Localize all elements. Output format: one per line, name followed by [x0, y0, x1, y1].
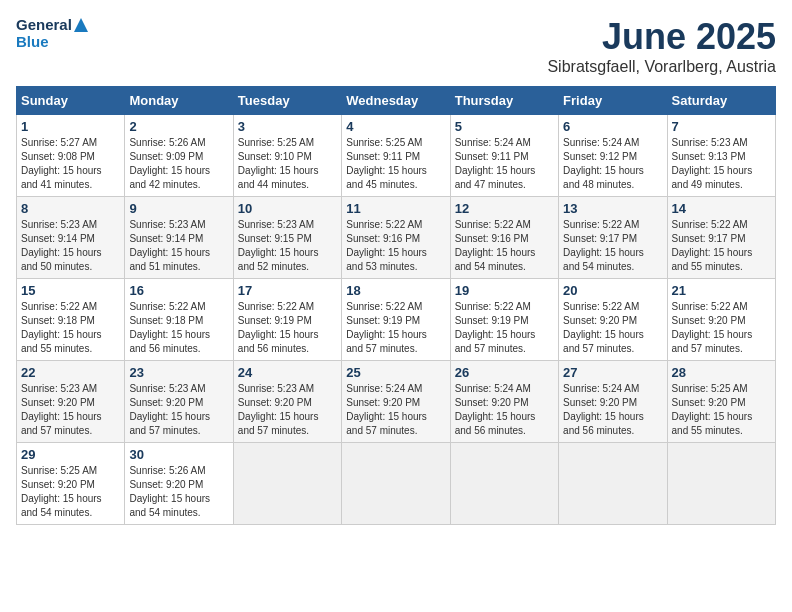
day-info: Sunrise: 5:23 AM Sunset: 9:13 PM Dayligh…	[672, 137, 753, 190]
day-number: 5	[455, 119, 554, 134]
table-row: 19 Sunrise: 5:22 AM Sunset: 9:19 PM Dayl…	[450, 279, 558, 361]
svg-marker-0	[74, 18, 88, 32]
table-row: 28 Sunrise: 5:25 AM Sunset: 9:20 PM Dayl…	[667, 361, 775, 443]
day-number: 23	[129, 365, 228, 380]
table-row: 13 Sunrise: 5:22 AM Sunset: 9:17 PM Dayl…	[559, 197, 667, 279]
day-number: 22	[21, 365, 120, 380]
table-row	[450, 443, 558, 525]
day-number: 8	[21, 201, 120, 216]
logo-blue: Blue	[16, 33, 88, 50]
calendar-week-row: 22 Sunrise: 5:23 AM Sunset: 9:20 PM Dayl…	[17, 361, 776, 443]
table-row: 14 Sunrise: 5:22 AM Sunset: 9:17 PM Dayl…	[667, 197, 775, 279]
table-row: 7 Sunrise: 5:23 AM Sunset: 9:13 PM Dayli…	[667, 115, 775, 197]
day-number: 13	[563, 201, 662, 216]
table-row: 15 Sunrise: 5:22 AM Sunset: 9:18 PM Dayl…	[17, 279, 125, 361]
table-row: 23 Sunrise: 5:23 AM Sunset: 9:20 PM Dayl…	[125, 361, 233, 443]
day-info: Sunrise: 5:22 AM Sunset: 9:19 PM Dayligh…	[238, 301, 319, 354]
day-info: Sunrise: 5:22 AM Sunset: 9:19 PM Dayligh…	[455, 301, 536, 354]
table-row: 25 Sunrise: 5:24 AM Sunset: 9:20 PM Dayl…	[342, 361, 450, 443]
day-number: 18	[346, 283, 445, 298]
day-info: Sunrise: 5:24 AM Sunset: 9:20 PM Dayligh…	[563, 383, 644, 436]
col-saturday: Saturday	[667, 87, 775, 115]
day-info: Sunrise: 5:24 AM Sunset: 9:11 PM Dayligh…	[455, 137, 536, 190]
day-number: 19	[455, 283, 554, 298]
col-monday: Monday	[125, 87, 233, 115]
logo: General Blue	[16, 16, 88, 50]
table-row: 20 Sunrise: 5:22 AM Sunset: 9:20 PM Dayl…	[559, 279, 667, 361]
calendar-week-row: 8 Sunrise: 5:23 AM Sunset: 9:14 PM Dayli…	[17, 197, 776, 279]
day-info: Sunrise: 5:23 AM Sunset: 9:20 PM Dayligh…	[21, 383, 102, 436]
day-info: Sunrise: 5:23 AM Sunset: 9:20 PM Dayligh…	[238, 383, 319, 436]
day-info: Sunrise: 5:24 AM Sunset: 9:12 PM Dayligh…	[563, 137, 644, 190]
col-wednesday: Wednesday	[342, 87, 450, 115]
col-tuesday: Tuesday	[233, 87, 341, 115]
day-info: Sunrise: 5:23 AM Sunset: 9:20 PM Dayligh…	[129, 383, 210, 436]
page-title: June 2025	[547, 16, 776, 58]
day-number: 28	[672, 365, 771, 380]
day-number: 16	[129, 283, 228, 298]
calendar-table: Sunday Monday Tuesday Wednesday Thursday…	[16, 86, 776, 525]
day-number: 30	[129, 447, 228, 462]
day-number: 1	[21, 119, 120, 134]
table-row: 29 Sunrise: 5:25 AM Sunset: 9:20 PM Dayl…	[17, 443, 125, 525]
day-info: Sunrise: 5:22 AM Sunset: 9:17 PM Dayligh…	[563, 219, 644, 272]
table-row: 5 Sunrise: 5:24 AM Sunset: 9:11 PM Dayli…	[450, 115, 558, 197]
logo-general: General	[16, 16, 88, 33]
day-info: Sunrise: 5:22 AM Sunset: 9:18 PM Dayligh…	[129, 301, 210, 354]
day-info: Sunrise: 5:26 AM Sunset: 9:20 PM Dayligh…	[129, 465, 210, 518]
day-info: Sunrise: 5:23 AM Sunset: 9:14 PM Dayligh…	[21, 219, 102, 272]
day-info: Sunrise: 5:23 AM Sunset: 9:14 PM Dayligh…	[129, 219, 210, 272]
table-row: 10 Sunrise: 5:23 AM Sunset: 9:15 PM Dayl…	[233, 197, 341, 279]
day-info: Sunrise: 5:22 AM Sunset: 9:19 PM Dayligh…	[346, 301, 427, 354]
col-friday: Friday	[559, 87, 667, 115]
calendar-week-row: 15 Sunrise: 5:22 AM Sunset: 9:18 PM Dayl…	[17, 279, 776, 361]
day-number: 2	[129, 119, 228, 134]
table-row: 6 Sunrise: 5:24 AM Sunset: 9:12 PM Dayli…	[559, 115, 667, 197]
day-number: 4	[346, 119, 445, 134]
day-number: 20	[563, 283, 662, 298]
day-info: Sunrise: 5:25 AM Sunset: 9:20 PM Dayligh…	[21, 465, 102, 518]
day-number: 17	[238, 283, 337, 298]
table-row: 30 Sunrise: 5:26 AM Sunset: 9:20 PM Dayl…	[125, 443, 233, 525]
day-number: 27	[563, 365, 662, 380]
page-subtitle: Sibratsgfaell, Vorarlberg, Austria	[547, 58, 776, 76]
day-number: 10	[238, 201, 337, 216]
day-info: Sunrise: 5:25 AM Sunset: 9:11 PM Dayligh…	[346, 137, 427, 190]
table-row: 26 Sunrise: 5:24 AM Sunset: 9:20 PM Dayl…	[450, 361, 558, 443]
table-row: 9 Sunrise: 5:23 AM Sunset: 9:14 PM Dayli…	[125, 197, 233, 279]
table-row: 24 Sunrise: 5:23 AM Sunset: 9:20 PM Dayl…	[233, 361, 341, 443]
header-row: Sunday Monday Tuesday Wednesday Thursday…	[17, 87, 776, 115]
table-row	[342, 443, 450, 525]
day-info: Sunrise: 5:27 AM Sunset: 9:08 PM Dayligh…	[21, 137, 102, 190]
day-number: 9	[129, 201, 228, 216]
day-number: 29	[21, 447, 120, 462]
table-row: 4 Sunrise: 5:25 AM Sunset: 9:11 PM Dayli…	[342, 115, 450, 197]
table-row: 8 Sunrise: 5:23 AM Sunset: 9:14 PM Dayli…	[17, 197, 125, 279]
day-number: 25	[346, 365, 445, 380]
col-sunday: Sunday	[17, 87, 125, 115]
day-info: Sunrise: 5:24 AM Sunset: 9:20 PM Dayligh…	[346, 383, 427, 436]
table-row: 21 Sunrise: 5:22 AM Sunset: 9:20 PM Dayl…	[667, 279, 775, 361]
day-number: 24	[238, 365, 337, 380]
calendar-week-row: 29 Sunrise: 5:25 AM Sunset: 9:20 PM Dayl…	[17, 443, 776, 525]
table-row: 27 Sunrise: 5:24 AM Sunset: 9:20 PM Dayl…	[559, 361, 667, 443]
day-info: Sunrise: 5:22 AM Sunset: 9:20 PM Dayligh…	[563, 301, 644, 354]
day-number: 3	[238, 119, 337, 134]
table-row: 11 Sunrise: 5:22 AM Sunset: 9:16 PM Dayl…	[342, 197, 450, 279]
day-info: Sunrise: 5:23 AM Sunset: 9:15 PM Dayligh…	[238, 219, 319, 272]
day-number: 12	[455, 201, 554, 216]
day-info: Sunrise: 5:22 AM Sunset: 9:16 PM Dayligh…	[346, 219, 427, 272]
table-row	[233, 443, 341, 525]
table-row	[667, 443, 775, 525]
title-area: June 2025 Sibratsgfaell, Vorarlberg, Aus…	[547, 16, 776, 76]
table-row: 12 Sunrise: 5:22 AM Sunset: 9:16 PM Dayl…	[450, 197, 558, 279]
day-info: Sunrise: 5:22 AM Sunset: 9:17 PM Dayligh…	[672, 219, 753, 272]
day-number: 21	[672, 283, 771, 298]
table-row: 1 Sunrise: 5:27 AM Sunset: 9:08 PM Dayli…	[17, 115, 125, 197]
table-row: 2 Sunrise: 5:26 AM Sunset: 9:09 PM Dayli…	[125, 115, 233, 197]
day-number: 14	[672, 201, 771, 216]
table-row: 3 Sunrise: 5:25 AM Sunset: 9:10 PM Dayli…	[233, 115, 341, 197]
day-number: 11	[346, 201, 445, 216]
day-number: 7	[672, 119, 771, 134]
day-info: Sunrise: 5:22 AM Sunset: 9:18 PM Dayligh…	[21, 301, 102, 354]
